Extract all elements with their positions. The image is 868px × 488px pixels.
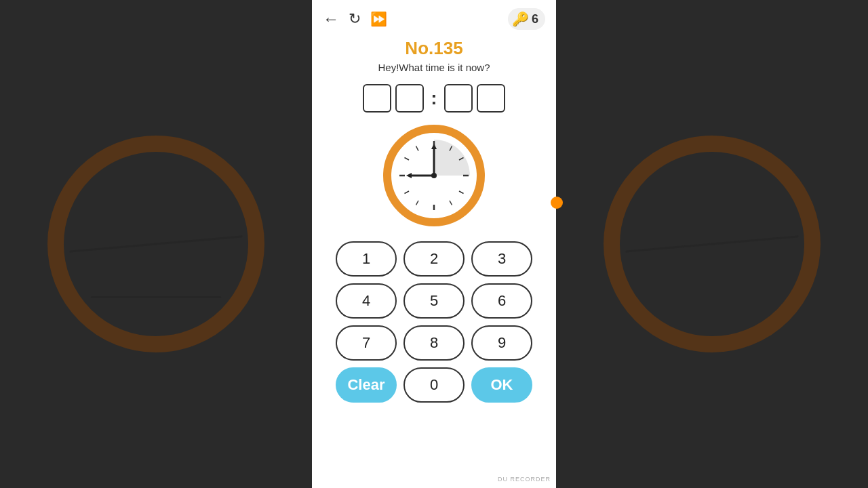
num-button-9[interactable]: 9 bbox=[471, 325, 532, 361]
num-button-7[interactable]: 7 bbox=[336, 325, 397, 361]
puzzle-question: Hey!What time is it now? bbox=[378, 62, 490, 73]
num-button-3[interactable]: 3 bbox=[471, 241, 532, 277]
svg-line-11 bbox=[416, 146, 419, 151]
time-colon: : bbox=[431, 87, 437, 109]
svg-line-4 bbox=[459, 191, 464, 194]
numpad-row-2: 4 5 6 bbox=[336, 283, 532, 319]
refresh-button[interactable]: ↻ bbox=[349, 10, 361, 28]
numpad-row-bottom: Clear 0 OK bbox=[336, 367, 532, 403]
clock-face bbox=[383, 125, 485, 226]
clock-container bbox=[383, 125, 485, 226]
top-bar: ← ↻ ⏩ 🔑 6 bbox=[312, 0, 556, 35]
svg-point-16 bbox=[431, 173, 437, 178]
num-button-1[interactable]: 1 bbox=[336, 241, 397, 277]
time-box-m2 bbox=[477, 84, 505, 113]
key-badge: 🔑 6 bbox=[508, 8, 545, 30]
time-display: : bbox=[363, 84, 505, 113]
svg-line-5 bbox=[450, 201, 452, 205]
num-button-2[interactable]: 2 bbox=[403, 241, 465, 277]
svg-line-8 bbox=[405, 191, 410, 194]
numpad-row-3: 7 8 9 bbox=[336, 325, 532, 361]
time-box-m1 bbox=[444, 84, 473, 113]
num-button-8[interactable]: 8 bbox=[403, 325, 465, 361]
svg-line-10 bbox=[405, 158, 410, 161]
watermark: DU RECORDER bbox=[498, 476, 551, 483]
key-count: 6 bbox=[532, 12, 538, 26]
main-panel: ← ↻ ⏩ 🔑 6 No.135 Hey!What time is it now… bbox=[312, 0, 556, 488]
numpad-row-1: 1 2 3 bbox=[336, 241, 532, 277]
time-box-h1 bbox=[363, 84, 391, 113]
background-left bbox=[0, 0, 312, 488]
num-button-5[interactable]: 5 bbox=[403, 283, 465, 319]
background-right bbox=[556, 0, 868, 488]
forward-button[interactable]: ⏩ bbox=[370, 11, 387, 27]
nav-icons: ← ↻ ⏩ bbox=[323, 9, 387, 28]
back-button[interactable]: ← bbox=[323, 9, 339, 28]
num-button-6[interactable]: 6 bbox=[471, 283, 532, 319]
time-box-h2 bbox=[395, 84, 424, 113]
clock-svg bbox=[391, 133, 477, 218]
svg-marker-15 bbox=[406, 173, 412, 178]
num-button-4[interactable]: 4 bbox=[336, 283, 397, 319]
clear-button[interactable]: Clear bbox=[336, 367, 397, 403]
orange-dot bbox=[551, 197, 563, 209]
puzzle-number: No.135 bbox=[405, 38, 462, 59]
numpad: 1 2 3 4 5 6 7 8 9 Clear 0 OK bbox=[336, 241, 532, 403]
ok-button[interactable]: OK bbox=[471, 367, 532, 403]
svg-line-7 bbox=[416, 201, 419, 205]
num-button-0[interactable]: 0 bbox=[403, 367, 465, 403]
key-icon: 🔑 bbox=[512, 11, 529, 27]
